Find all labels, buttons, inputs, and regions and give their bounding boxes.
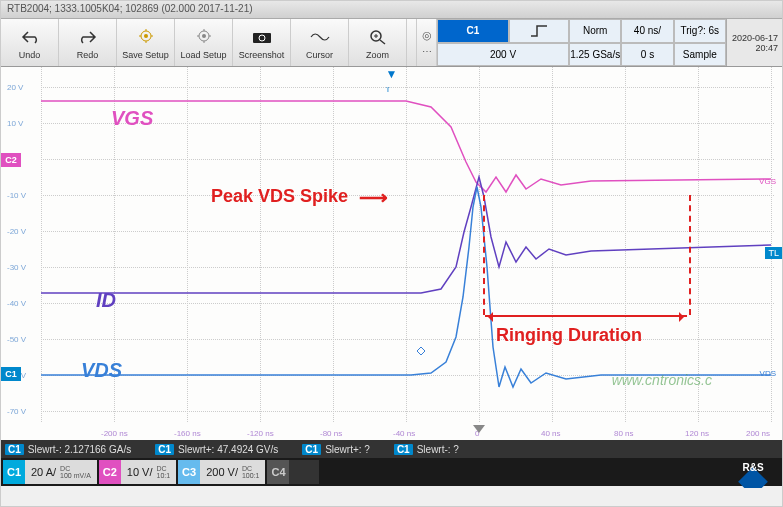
rohde-schwarz-logo-icon: R&S [732,446,774,488]
save-icon [137,26,155,48]
measurement-2[interactable]: C1Slewrt+: 47.4924 GV/s [155,444,278,455]
toolbar: Undo Redo Save Setup Load Setup Screensh… [1,19,782,67]
cursor-button[interactable]: Cursor [291,19,349,66]
target-center-icon[interactable]: ◎ [422,29,432,42]
measurement-bar: C1Slewrt-: 2.127166 GA/s C1Slewrt+: 47.4… [1,440,782,458]
svg-point-1 [144,34,148,38]
channel-4-button[interactable]: C4 [267,460,319,484]
svg-text:R&S: R&S [742,462,763,473]
trigger-status[interactable]: Trig?: 6s [674,19,726,43]
trigger-source-selector[interactable]: C1 [437,19,509,43]
waveform-display[interactable]: ▼T 20 V 10 V 0 V -10 V -20 V -30 V -40 V… [1,67,782,440]
ringing-end-line [689,195,691,315]
load-icon [195,26,213,48]
vgs-trace-label: VGS [111,107,153,130]
channel-1-button[interactable]: C1 20 A/DC100 mV/A [3,460,97,484]
measurement-4[interactable]: C1Slewrt-: ? [394,444,459,455]
acquisition-mode[interactable]: Sample [674,43,726,67]
load-setup-button[interactable]: Load Setup [175,19,233,66]
save-setup-button[interactable]: Save Setup [117,19,175,66]
vgs-right-label: VGS [759,177,776,186]
channel-2-button[interactable]: C2 10 V/DC10:1 [99,460,176,484]
id-trace-label: ID [96,289,116,312]
trigger-level[interactable]: 200 V [437,43,569,67]
ringing-range-arrow [485,315,687,317]
trigger-level-marker[interactable]: TL [765,247,782,259]
undo-icon [21,26,39,48]
menu-dots-icon[interactable]: ⋯ [422,46,432,57]
title-bar: RTB2004; 1333.1005K04; 102869 (02.000 20… [1,1,782,19]
date-time-display: 2020-06-17 20:47 [726,19,782,66]
ch2-ground-marker[interactable]: C2 [1,153,21,167]
trigger-mode[interactable]: Norm [569,19,621,43]
horizontal-position[interactable]: 0 s [621,43,673,67]
ringing-start-line [483,195,485,315]
measurement-3[interactable]: C1Slewrt+: ? [302,444,370,455]
redo-button[interactable]: Redo [59,19,117,66]
arrow-right-icon: ⟶ [353,185,388,209]
device-model: RTB2004; 1333.1005K04; 102869 (02.000 20… [7,3,253,16]
redo-icon [79,26,97,48]
channel-bar: C1 20 A/DC100 mV/A C2 10 V/DC10:1 C3 200… [1,458,782,486]
trigger-edge-selector[interactable] [509,19,569,43]
vds-right-label: VDS [760,369,776,378]
undo-button[interactable]: Undo [1,19,59,66]
camera-icon [252,26,272,48]
sample-rate[interactable]: 1.25 GSa/s [569,43,621,67]
peak-vds-annotation: Peak VDS Spike ⟶ [211,185,388,209]
vds-trace-label: VDS [81,359,122,382]
ringing-duration-annotation: Ringing Duration [496,325,642,346]
timebase-value[interactable]: 40 ns/ [621,19,673,43]
horizontal-panel: C1 Norm 40 ns/ Trig?: 6s 200 V 1.25 GSa/… [437,19,726,66]
trigger-position-marker[interactable]: ▼T [386,67,398,95]
measurement-1[interactable]: C1Slewrt-: 2.127166 GA/s [5,444,131,455]
watermark-text: www.cntronics.c [612,372,712,388]
zoom-button[interactable]: Zoom [349,19,407,66]
ch1-ground-marker[interactable]: C1 [1,367,21,381]
svg-point-3 [202,34,206,38]
cursor-icon [310,26,330,48]
channel-3-button[interactable]: C3 200 V/DC100:1 [178,460,265,484]
svg-line-7 [380,40,385,44]
screenshot-button[interactable]: Screenshot [233,19,291,66]
rising-edge-icon [529,24,549,38]
zoom-icon [369,26,387,48]
